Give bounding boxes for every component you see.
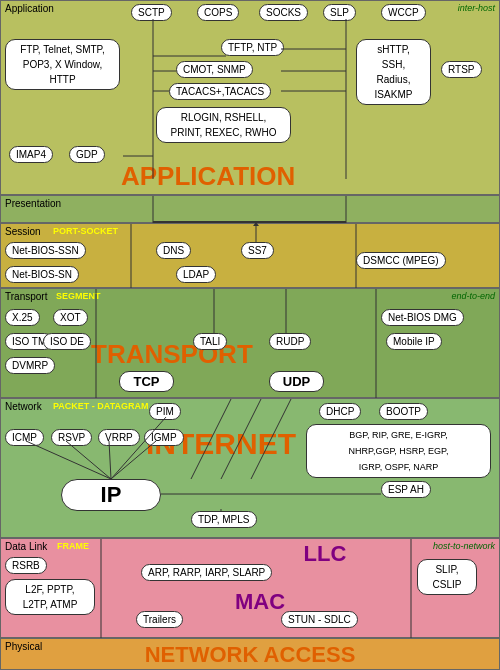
- svg-line-22: [109, 441, 111, 479]
- socks-box: SOCKS: [259, 4, 308, 21]
- shttp-group-box: sHTTP, SSH, Radius, ISAKMP: [356, 39, 431, 105]
- application-layer-label: Application: [5, 3, 54, 14]
- layer-network: Network PACKET - DATAGRAM INTERNET PIM D…: [0, 398, 500, 538]
- layer-physical: Physical NETWORK ACCESS: [0, 638, 500, 670]
- slip-cslip-box: SLIP, CSLIP: [417, 559, 477, 595]
- udp-box: UDP: [269, 371, 324, 392]
- inter-host-label: inter-host: [458, 3, 495, 13]
- transport-sublabel: SEGMENT: [56, 291, 101, 301]
- net-bios-sn-box: Net-BIOS-SN: [5, 266, 79, 283]
- datalink-layer-label: Data Link: [5, 541, 47, 552]
- layer-presentation: Presentation: [0, 195, 500, 223]
- tcp-box: TCP: [119, 371, 174, 392]
- cops-box: COPS: [197, 4, 239, 21]
- session-layer-label: Session: [5, 226, 41, 237]
- layer-datalink: Data Link FRAME host-to-network LLC RSRB…: [0, 538, 500, 638]
- physical-layer-label: Physical: [5, 641, 42, 652]
- vrrp-box: VRRP: [98, 429, 140, 446]
- transport-big-label: TRANSPORT: [91, 339, 253, 370]
- tali-box: TALI: [193, 333, 227, 350]
- tftp-ntp-box: TFTP, NTP: [221, 39, 284, 56]
- rudp-box: RUDP: [269, 333, 311, 350]
- igmp-box: IGMP: [144, 429, 184, 446]
- ftp-group-box: FTP, Telnet, SMTP, POP3, X Window, HTTP: [5, 39, 120, 90]
- sctp-box: SCTP: [131, 4, 172, 21]
- rlogin-group-box: RLOGIN, RSHELL, PRINT, REXEC, RWHO: [156, 107, 291, 143]
- gdp-box: GDP: [69, 146, 105, 163]
- transport-layer-label: Transport: [5, 291, 47, 302]
- rsrb-box: RSRB: [5, 557, 47, 574]
- icmp-box: ICMP: [5, 429, 44, 446]
- presentation-arrows: [1, 196, 499, 222]
- l2f-group-box: L2F, PPTP, L2TP, ATMP: [5, 579, 95, 615]
- arp-group-box: ARP, RARP, IARP, SLARP: [141, 564, 272, 581]
- ip-box: IP: [61, 479, 161, 511]
- ldap-box: LDAP: [176, 266, 216, 283]
- cmot-snmp-box: CMOT, SNMP: [176, 61, 253, 78]
- x25-box: X.25: [5, 309, 40, 326]
- dvmrp-box: DVMRP: [5, 357, 55, 374]
- tacacs-box: TACACS+,TACACS: [169, 83, 271, 100]
- ss7-box: SS7: [241, 242, 274, 259]
- slp-box: SLP: [323, 4, 356, 21]
- svg-marker-15: [253, 222, 259, 226]
- imap4-box: IMAP4: [9, 146, 53, 163]
- pim-box: PIM: [149, 403, 181, 420]
- presentation-layer-label: Presentation: [5, 198, 61, 209]
- bootp-box: BOOTP: [379, 403, 428, 420]
- rtsp-box: RTSP: [441, 61, 482, 78]
- dns-box: DNS: [156, 242, 191, 259]
- layer-transport: Transport SEGMENT end-to-end TRANSPORT X…: [0, 288, 500, 398]
- layer-session: Session PORT-SOCKET Net-BIOS-SSN Net-BIO…: [0, 223, 500, 288]
- dhcp-box: DHCP: [319, 403, 361, 420]
- datalink-sublabel: FRAME: [57, 541, 89, 551]
- xot-box: XOT: [53, 309, 88, 326]
- svg-line-20: [26, 441, 111, 479]
- bgp-group-box: BGP, RIP, GRE, E-IGRP, NHRP,GGP, HSRP, E…: [306, 424, 491, 478]
- layer-application: Application inter-host SCTP COPS SOCKS S…: [0, 0, 500, 195]
- stun-sdlc-box: STUN - SDLC: [281, 611, 358, 628]
- iso-de-box: ISO DE: [43, 333, 91, 350]
- mobile-ip-box: Mobile IP: [386, 333, 442, 350]
- application-big-label: APPLICATION: [121, 161, 295, 192]
- net-bios-ssn-box: Net-BIOS-SSN: [5, 242, 86, 259]
- net-bios-dmg-box: Net-BIOS DMG: [381, 309, 464, 326]
- network-sublabel: PACKET - DATAGRAM: [53, 401, 149, 411]
- dsmcc-box: DSMCC (MPEG): [356, 252, 446, 269]
- physical-big-label: NETWORK ACCESS: [1, 642, 499, 668]
- session-sublabel: PORT-SOCKET: [53, 226, 118, 236]
- trailers-box: Trailers: [136, 611, 183, 628]
- rsvp-box: RSVP: [51, 429, 92, 446]
- tdp-mpls-box: TDP, MPLS: [191, 511, 257, 528]
- svg-line-21: [66, 441, 111, 479]
- network-layer-label: Network: [5, 401, 42, 412]
- wccp-box: WCCP: [381, 4, 426, 21]
- esp-ah-box: ESP AH: [381, 481, 431, 498]
- end-to-end-label: end-to-end: [451, 291, 495, 301]
